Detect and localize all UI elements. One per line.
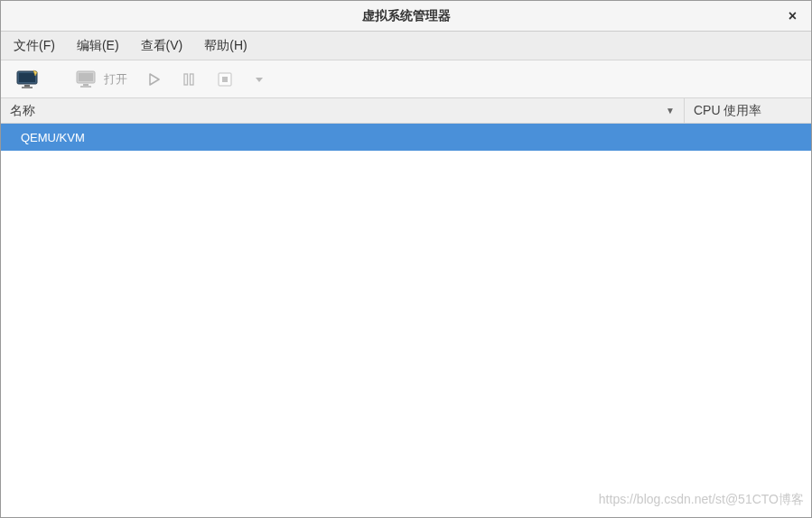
- sort-indicator-icon: ▼: [666, 106, 675, 116]
- svg-rect-11: [191, 74, 194, 85]
- tree-row[interactable]: QEMU/KVM: [1, 124, 811, 151]
- svg-rect-3: [22, 87, 33, 88]
- virt-manager-window: 虚拟系统管理器 × 文件(F) 编辑(E) 查看(V) 帮助(H): [0, 0, 812, 518]
- column-name[interactable]: 名称 ▼: [1, 98, 685, 123]
- shutdown-button[interactable]: [209, 67, 241, 92]
- svg-rect-13: [222, 77, 228, 82]
- pause-button[interactable]: [174, 69, 203, 90]
- monitor-icon: [75, 69, 98, 89]
- connection-label: QEMU/KVM: [21, 131, 85, 144]
- open-label: 打开: [104, 71, 127, 88]
- shutdown-menu-button[interactable]: [247, 70, 272, 88]
- svg-rect-2: [24, 85, 30, 87]
- window-title: 虚拟系统管理器: [362, 8, 451, 24]
- watermark-text: https://blog.csdn.net/st@51CTO博客: [599, 492, 804, 508]
- svg-marker-14: [256, 78, 263, 82]
- run-button[interactable]: [140, 69, 169, 90]
- column-name-label: 名称: [10, 103, 35, 119]
- menu-file[interactable]: 文件(F): [8, 34, 61, 58]
- open-console-button[interactable]: 打开: [68, 66, 135, 93]
- svg-rect-1: [19, 73, 35, 82]
- svg-rect-6: [79, 73, 93, 81]
- column-cpu-label: CPU 使用率: [694, 103, 761, 119]
- svg-marker-9: [150, 74, 159, 85]
- column-headers: 名称 ▼ CPU 使用率: [1, 98, 811, 124]
- svg-rect-7: [83, 84, 89, 86]
- menu-help[interactable]: 帮助(H): [199, 34, 252, 58]
- stop-icon: [216, 70, 234, 88]
- pause-icon: [182, 72, 196, 87]
- menubar: 文件(F) 编辑(E) 查看(V) 帮助(H): [1, 32, 811, 60]
- monitor-new-icon: [15, 69, 41, 90]
- play-icon: [147, 72, 162, 87]
- close-button[interactable]: ×: [783, 6, 802, 26]
- svg-rect-8: [80, 86, 91, 88]
- menu-edit[interactable]: 编辑(E): [71, 34, 125, 58]
- titlebar: 虚拟系统管理器 ×: [1, 1, 811, 32]
- connection-tree[interactable]: QEMU/KVM https://blog.csdn.net/st@51CTO博…: [1, 124, 811, 517]
- chevron-down-icon: [254, 74, 265, 85]
- svg-rect-10: [184, 74, 188, 85]
- toolbar: 打开: [1, 60, 811, 98]
- menu-view[interactable]: 查看(V): [135, 34, 189, 58]
- new-vm-button[interactable]: [8, 65, 48, 94]
- column-cpu[interactable]: CPU 使用率: [685, 98, 811, 123]
